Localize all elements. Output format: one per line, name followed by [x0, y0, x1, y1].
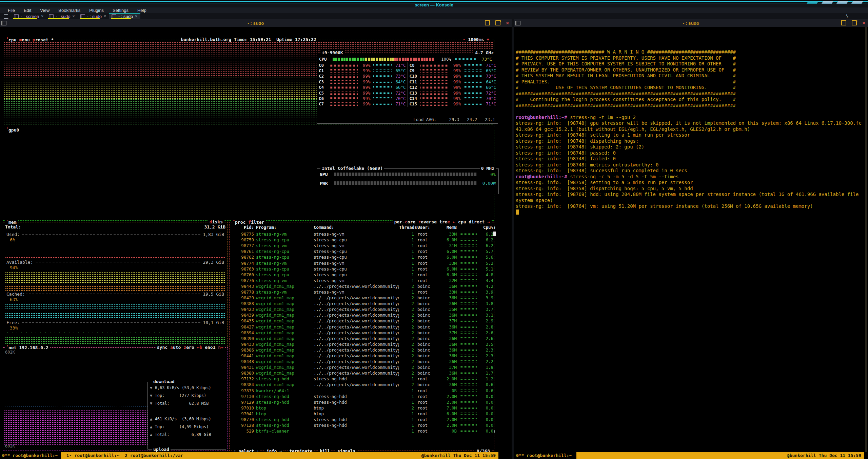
- tab-1[interactable]: - : sudo×: [46, 13, 78, 19]
- cpu-core-row: C1399%72°C: [408, 90, 498, 96]
- tab-3[interactable]: - : sudo×: [109, 13, 140, 19]
- gpu-box-label[interactable]: ⁵gpu0: [5, 127, 20, 133]
- process-row[interactable]: 98760stress-ng-cpustress-ng-cpu1root6.0M…: [232, 272, 492, 278]
- terminal-line: stress-ng: info: [98769] hdd: using 204.…: [516, 192, 862, 198]
- login-banner-line: ########################################…: [516, 91, 862, 97]
- menu-bookmarks[interactable]: Bookmarks: [54, 8, 85, 13]
- process-row[interactable]: 98776stress-ng-vmstress-ng-vm1root32M4.4: [232, 278, 492, 283]
- process-row[interactable]: 97041htophtop1root6.0M0.0: [232, 411, 492, 417]
- process-row[interactable]: 98443wcgrid_mcm1_map../../projects/www.w…: [232, 283, 492, 289]
- net-iface-next[interactable]: n→: [218, 345, 223, 350]
- process-row[interactable]: 98388wcgrid_mcm1_map../../projects/www.w…: [232, 301, 492, 306]
- maximize-button[interactable]: [836, 1, 849, 4]
- process-row[interactable]: 98435wcgrid_mcm1_map../../projects/www.w…: [232, 318, 492, 324]
- menu-view[interactable]: View: [36, 8, 54, 13]
- gpu-power-meter: [334, 181, 477, 185]
- tab-close-icon[interactable]: ×: [104, 14, 106, 19]
- window-button-icon[interactable]: [807, 1, 819, 4]
- pane-divider[interactable]: [512, 19, 514, 459]
- net-box-label[interactable]: ³net: [5, 345, 18, 350]
- pane-maximize-icon[interactable]: [485, 20, 490, 25]
- per-core-toggle[interactable]: per-core: [393, 219, 417, 224]
- net-sync-button[interactable]: sync: [156, 345, 169, 350]
- process-row[interactable]: 98431wcgrid_mcm1_map../../projects/www.w…: [232, 364, 492, 370]
- process-row[interactable]: 98429wcgrid_mcm1_map../../projects/www.w…: [232, 295, 492, 301]
- pane-close-icon[interactable]: ×: [862, 21, 865, 25]
- process-row[interactable]: 98427wcgrid_mcm1_map../../projects/www.w…: [232, 324, 492, 330]
- process-row[interactable]: 98775stress-ng-vmstress-ng-vm1root33M6.2: [232, 231, 492, 237]
- menu-edit[interactable]: Edit: [19, 8, 36, 13]
- process-row[interactable]: 98433wcgrid_mcm1_map../../projects/www.w…: [232, 341, 492, 347]
- tab-0[interactable]: - : screen×: [12, 13, 46, 19]
- pane-close-icon[interactable]: ×: [506, 21, 509, 25]
- terminal-line: stress-ng: info: [98748] skipped: 2: gpu…: [516, 144, 862, 150]
- terminal-line: stress-ng: info: [98748] dispatching hog…: [516, 138, 862, 144]
- process-row[interactable]: 98380wcgrid_mcm1_map../../projects/www.w…: [232, 370, 492, 376]
- tab-close-icon[interactable]: ×: [73, 14, 75, 19]
- process-row[interactable]: 98394wcgrid_mcm1_map../../projects/www.w…: [232, 330, 492, 336]
- host-clock: @bunkerhill Thu Dec 11 15:59: [421, 453, 496, 458]
- interval-minus-button[interactable]: -: [463, 37, 466, 42]
- new-tab-button[interactable]: [0, 13, 12, 19]
- menu-settings[interactable]: Settings: [108, 8, 133, 13]
- process-row[interactable]: 98778stress-ng-vmstress-ng-vm1root33M3.9: [232, 289, 492, 295]
- process-row[interactable]: 97128stress-ng-hddstress-ng-hdd1root2.0M…: [232, 422, 492, 428]
- tab-close-icon[interactable]: ×: [41, 14, 43, 19]
- pane-maximize-icon[interactable]: [841, 20, 846, 25]
- pane-new-icon[interactable]: [495, 20, 500, 25]
- minimize-button[interactable]: [822, 1, 834, 4]
- gpu-util-meter: [334, 173, 477, 176]
- disks-toggle[interactable]: disks: [208, 219, 224, 224]
- net-zero-button[interactable]: zero: [182, 345, 195, 350]
- process-row[interactable]: 98777stress-ng-vmstress-ng-vm1root31M6.2: [232, 243, 492, 248]
- process-row[interactable]: 97010btopbtop2root7.0M0.0: [232, 405, 492, 411]
- net-iface-prev[interactable]: ←b: [197, 345, 202, 350]
- reverse-toggle[interactable]: reverse: [417, 219, 438, 224]
- interval-plus-button[interactable]: +: [487, 37, 489, 42]
- process-row[interactable]: 98390wcgrid_mcm1_map../../projects/www.w…: [232, 336, 492, 341]
- process-row[interactable]: 98441wcgrid_mcm1_map../../projects/www.w…: [232, 353, 492, 359]
- mem-box-label[interactable]: ²mem: [5, 219, 18, 225]
- left-pane-titlebar[interactable]: - : sudo ×: [0, 19, 512, 27]
- process-row[interactable]: 529btrfs-cleaner1root0B0.0↓: [232, 428, 492, 434]
- filter-button[interactable]: filter: [247, 220, 265, 225]
- process-row[interactable]: 98423wcgrid_mcm1_map../../projects/www.w…: [232, 306, 492, 312]
- sort-prev-icon[interactable]: ←: [453, 219, 455, 224]
- menu-file[interactable]: File: [3, 8, 19, 13]
- tree-toggle[interactable]: tree: [438, 219, 451, 224]
- process-row[interactable]: 97130stress-ng-hddstress-ng-hdd1root2.0M…: [232, 394, 492, 399]
- window-titlebar[interactable]: screen — Konsole: [0, 0, 868, 7]
- process-row[interactable]: 98384wcgrid_mcm1_map../../projects/www.w…: [232, 382, 492, 387]
- process-row[interactable]: 97129stress-ng-hddstress-ng-hdd1root2.0M…: [232, 399, 492, 405]
- scrollbar[interactable]: [865, 27, 867, 452]
- process-row[interactable]: 98762stress-ng-cpustress-ng-cpu1root6.0M…: [232, 254, 492, 260]
- cpu-core-row: C399%64°C: [317, 79, 408, 84]
- sort-field-label: cpu direct: [458, 219, 485, 224]
- process-row[interactable]: 98386wcgrid_mcm1_map../../projects/www.w…: [232, 347, 492, 353]
- load-avg: Load AVG: 29.3 24.2 23.1: [413, 117, 495, 122]
- process-row[interactable]: 98448wcgrid_mcm1_map../../projects/www.w…: [232, 359, 492, 364]
- cpu-box: ¹cpu menu preset * bunkerhill.both.org T…: [3, 40, 494, 127]
- process-row[interactable]: 97132stress-ng-hddstress-ng-hdd1root2.0M…: [232, 376, 492, 382]
- process-row[interactable]: 97875kworker/u64:11root0B0.6: [232, 388, 492, 394]
- right-terminal[interactable]: ############################### W A R N …: [514, 27, 868, 452]
- tab-2[interactable]: - : sudo×: [78, 13, 109, 19]
- process-row[interactable]: 98761stress-ng-cpustress-ng-cpu1root6.0M…: [232, 248, 492, 254]
- process-row[interactable]: 98759stress-ng-cpustress-ng-cpu1root6.0M…: [232, 237, 492, 243]
- lightning-icon[interactable]: ϟ: [846, 14, 848, 19]
- close-button[interactable]: [851, 1, 864, 4]
- right-pane-titlebar[interactable]: - : sudo ×: [514, 19, 868, 27]
- gpu-box: ⁵gpu0 Intel Coffeelake (Gen9) 0 MHz GPU …: [3, 130, 494, 221]
- cpu-core-row: C699%70°C: [317, 96, 408, 101]
- tab-close-icon[interactable]: ×: [135, 14, 137, 19]
- net-auto-button[interactable]: auto: [169, 345, 182, 350]
- menu-help[interactable]: Help: [133, 8, 151, 13]
- process-row[interactable]: 98763stress-ng-cpustress-ng-cpu1root6.0M…: [232, 266, 492, 272]
- proc-box-label[interactable]: ⁴proc: [232, 219, 247, 225]
- pane-new-icon[interactable]: [852, 20, 857, 25]
- process-row[interactable]: 98774stress-ng-vmstress-ng-vm1root33M5.2: [232, 260, 492, 266]
- process-row[interactable]: 98770stress-ng-hddstress-ng-hdd1root2.0M…: [232, 417, 492, 422]
- menu-plugins[interactable]: Plugins: [85, 8, 108, 13]
- sort-next-icon[interactable]: →: [487, 219, 490, 224]
- process-row[interactable]: 98439wcgrid_mcm1_map../../projects/www.w…: [232, 312, 492, 318]
